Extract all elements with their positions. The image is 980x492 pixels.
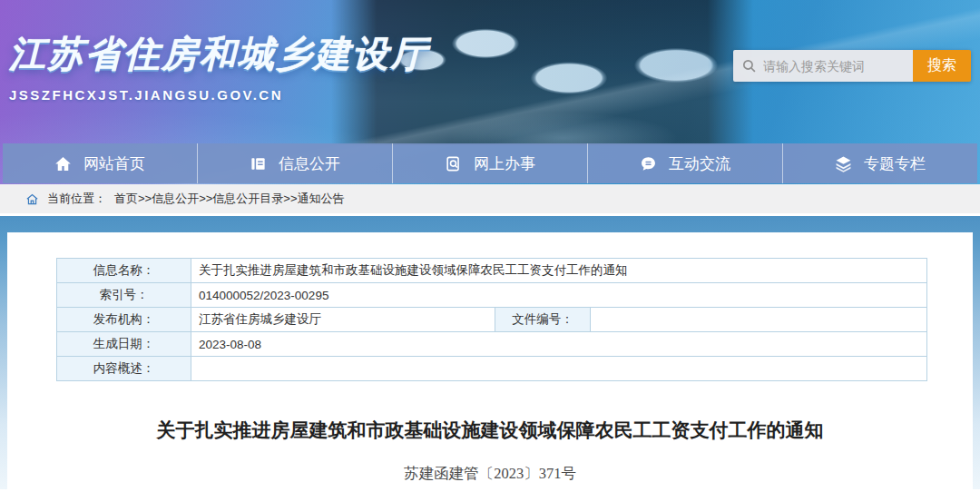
index-number-value: 014000052/2023-00295	[191, 283, 927, 308]
search-input-wrap	[733, 50, 913, 82]
search-button[interactable]: 搜索	[913, 50, 971, 82]
summary-label: 内容概述：	[57, 357, 191, 381]
table-row: 索引号： 014000052/2023-00295	[57, 283, 927, 308]
table-row: 发布机构： 江苏省住房城乡建设厅 文件编号：	[57, 308, 927, 332]
nav-item-interaction[interactable]: 互动交流	[588, 143, 783, 183]
search-input[interactable]	[763, 59, 905, 74]
table-row: 生成日期： 2023-08-08	[57, 332, 927, 357]
index-number-label: 索引号：	[57, 283, 191, 308]
date-value: 2023-08-08	[191, 332, 927, 357]
nav-item-info-disclosure[interactable]: 信息公开	[198, 143, 393, 183]
doc-number: 苏建函建管〔2023〕371号	[7, 464, 973, 484]
nav-item-label: 网上办事	[474, 153, 535, 174]
nav-item-label: 网站首页	[83, 153, 145, 174]
search-bar: 搜索	[733, 50, 971, 82]
table-row: 信息名称： 关于扎实推进房屋建筑和市政基础设施建设领域保障农民工工资支付工作的通…	[57, 259, 927, 283]
summary-value	[191, 357, 927, 381]
site-header: 江苏省住房和城乡建设厅 JSSZFHCXJST.JIANGSU.GOV.CN 搜…	[0, 0, 980, 184]
breadcrumb-prefix: 当前位置：	[47, 191, 106, 207]
nav-item-label: 专题专栏	[864, 153, 926, 174]
home-icon	[54, 155, 72, 172]
article-title: 关于扎实推进房屋建筑和市政基础设施建设领域保障农民工工资支付工作的通知	[53, 418, 927, 443]
breadcrumb: 当前位置： 首页>>信息公开>>信息公开目录>>通知公告	[0, 184, 980, 216]
nav-item-home[interactable]: 网站首页	[3, 143, 198, 183]
breadcrumb-home-icon	[25, 192, 39, 206]
nav-item-label: 信息公开	[279, 153, 340, 174]
page: 江苏省住房和城乡建设厅 JSSZFHCXJST.JIANGSU.GOV.CN 搜…	[0, 0, 980, 492]
content-panel: 信息名称： 关于扎实推进房屋建筑和市政基础设施建设领域保障农民工工资支付工作的通…	[7, 232, 973, 489]
breadcrumb-path[interactable]: 首页>>信息公开>>信息公开目录>>通知公告	[114, 191, 345, 207]
doc-code-label: 文件编号：	[495, 308, 591, 332]
info-name-value: 关于扎实推进房屋建筑和市政基础设施建设领域保障农民工工资支付工作的通知	[191, 259, 927, 283]
site-title: 江苏省住房和城乡建设厅	[9, 29, 428, 79]
content-frame: 信息名称： 关于扎实推进房屋建筑和市政基础设施建设领域保障农民工工资支付工作的通…	[0, 216, 980, 489]
nav-item-topics[interactable]: 专题专栏	[783, 143, 977, 183]
online-service-icon	[445, 155, 462, 172]
info-name-label: 信息名称：	[57, 259, 191, 283]
info-disclosure-icon	[250, 155, 267, 172]
topics-icon	[835, 155, 852, 172]
publisher-label: 发布机构：	[57, 308, 191, 332]
date-label: 生成日期：	[57, 332, 191, 357]
info-table: 信息名称： 关于扎实推进房屋建筑和市政基础设施建设领域保障农民工工资支付工作的通…	[56, 258, 927, 381]
search-icon	[741, 58, 757, 74]
interaction-icon	[640, 155, 657, 172]
nav-item-label: 互动交流	[669, 153, 730, 174]
doc-code-value	[591, 308, 927, 332]
site-brand: 江苏省住房和城乡建设厅 JSSZFHCXJST.JIANGSU.GOV.CN	[9, 29, 428, 103]
site-url: JSSZFHCXJST.JIANGSU.GOV.CN	[9, 87, 428, 103]
table-row: 内容概述：	[57, 357, 927, 381]
nav-item-online-service[interactable]: 网上办事	[393, 143, 588, 183]
publisher-value: 江苏省住房城乡建设厅	[191, 308, 495, 332]
main-nav: 网站首页 信息公开 网上办事 互动交流	[3, 143, 977, 183]
